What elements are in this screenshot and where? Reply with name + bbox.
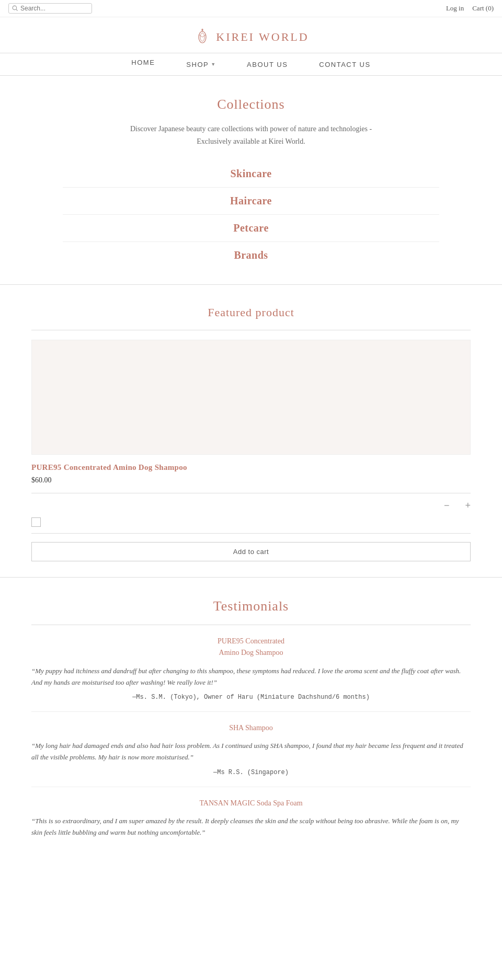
product-card: PURE95 Concentrated Amino Dog Shampoo $6… [31,340,471,561]
search-icon [12,5,18,11]
nav-home[interactable]: HOME [131,59,155,70]
testimonial-quote-0: “My puppy had itchiness and dandruff but… [31,665,471,688]
product-divider-2 [31,533,471,534]
testimonials-title: Testimonials [31,598,471,625]
nav-contact-link[interactable]: CONTACT US [319,61,370,68]
testimonial-product-0: PURE95 ConcentratedAmino Dog Shampoo [31,636,471,659]
collections-subtitle: Discover Japanese beauty care collection… [63,123,439,148]
search-input[interactable] [20,5,88,12]
logo-wrap: KIREI WORLD [193,27,309,48]
top-bar: Log in Cart (0) [0,0,502,17]
testimonial-author-1: —Ms R.S. (Singapore) [31,769,471,776]
qty-checkbox-row [31,517,471,527]
collection-haircare[interactable]: Haircare [63,188,439,215]
collection-brands[interactable]: Brands [63,242,439,269]
product-name: PURE95 Concentrated Amino Dog Shampoo [31,463,471,472]
nav-about-link[interactable]: ABOUT US [247,61,288,68]
logo-icon [193,27,212,48]
add-to-cart-button[interactable]: Add to cart [31,542,471,561]
collections-section: Collections Discover Japanese beauty car… [0,76,502,285]
login-link[interactable]: Log in [446,4,464,13]
qty-checkbox[interactable] [31,517,41,527]
svg-line-1 [16,9,18,11]
nav-contact-us[interactable]: CONTACT US [319,59,370,70]
testimonial-product-1: SHA Shampoo [31,722,471,734]
testimonial-divider-2 [31,787,471,787]
featured-divider [31,330,471,330]
testimonials-section: Testimonials PURE95 ConcentratedAmino Do… [0,578,502,859]
chevron-down-icon: ▼ [211,62,215,67]
qty-plus-button[interactable]: + [465,501,471,510]
collection-links: Skincare Haircare Petcare Brands [63,160,439,269]
cart-link[interactable]: Cart (0) [472,4,494,13]
testimonial-quote-1: “My long hair had damaged ends and also … [31,740,471,763]
main-nav: HOME SHOP ▼ ABOUT US CONTACT US [0,53,502,76]
featured-title: Featured product [31,306,471,319]
quantity-controls: − + [31,501,471,510]
qty-minus-button[interactable]: − [444,501,450,510]
testimonial-quote-2: “This is so extraordinary, and I am supe… [31,815,471,838]
collections-title: Collections [63,97,439,112]
nav-shop-wrap[interactable]: SHOP ▼ [186,59,215,70]
testimonial-product-2: TANSAN MAGIC Soda Spa Foam [31,798,471,809]
nav-about-us[interactable]: ABOUT US [247,59,288,70]
testimonial-divider-1 [31,711,471,712]
svg-point-7 [201,29,203,31]
logo-area: KIREI WORLD [0,17,502,53]
collection-petcare[interactable]: Petcare [63,215,439,242]
product-image [31,340,471,455]
logo-text: KIREI WORLD [216,30,309,44]
svg-point-0 [13,6,17,10]
search-wrap[interactable] [8,3,92,14]
nav-shop[interactable]: SHOP [186,61,209,68]
product-price: $60.00 [31,476,471,485]
product-divider-1 [31,493,471,493]
top-right-nav: Log in Cart (0) [446,4,494,13]
testimonial-author-0: —Ms. S.M. (Tokyo), Owner of Haru (Miniat… [31,694,471,701]
collection-skincare[interactable]: Skincare [63,160,439,188]
featured-section: Featured product PURE95 Concentrated Ami… [0,285,502,578]
